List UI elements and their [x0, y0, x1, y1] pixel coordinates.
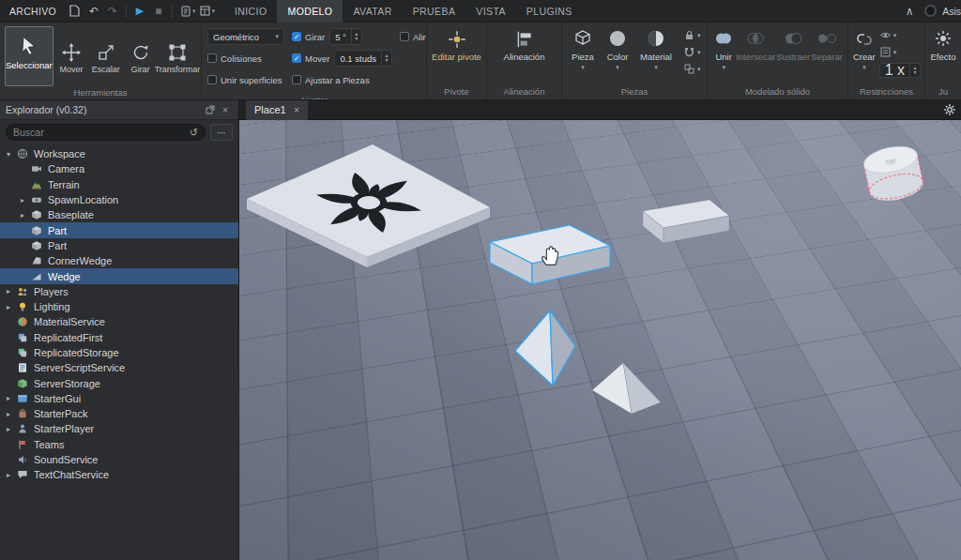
tab-plugins[interactable]: PLUGINS	[516, 0, 583, 23]
tree-item[interactable]: SoundService	[0, 452, 238, 467]
tree-item[interactable]: ▸ Players	[0, 284, 238, 299]
stepper-arrows-icon[interactable]: ▴▾	[351, 29, 361, 44]
avatar[interactable]	[924, 5, 937, 17]
snap-to-parts-checkbox[interactable]: Ajustar a Piezas	[292, 75, 392, 85]
expand-arrow-icon[interactable]: ▸	[21, 196, 31, 204]
tab-inicio[interactable]: INICIO	[224, 0, 278, 23]
search-input[interactable]: Buscar ↺	[6, 124, 206, 141]
select-tool-button[interactable]: Seleccionar	[5, 26, 53, 86]
tree-item[interactable]: ▸ StarterPack	[0, 406, 238, 421]
tab-avatar[interactable]: AVATAR	[343, 0, 402, 23]
popout-icon[interactable]	[203, 102, 218, 117]
tree-item[interactable]: ▸ StarterGui	[0, 391, 238, 406]
viewport-settings-gear-icon[interactable]	[943, 103, 956, 116]
new-file-icon[interactable]	[66, 3, 84, 20]
tree-item[interactable]: ▸ StarterPlayer	[0, 421, 238, 436]
terrain-icon	[31, 179, 44, 190]
expand-arrow-icon[interactable]: ▸	[7, 303, 17, 311]
tree-item[interactable]: MaterialService	[0, 314, 238, 329]
expand-arrow-icon[interactable]: ▸	[7, 410, 17, 418]
tree-item[interactable]: Camera	[0, 161, 238, 176]
align-icon	[514, 29, 535, 50]
tree-item[interactable]: Wedge	[0, 268, 238, 283]
group-tool-button[interactable]: ▾	[683, 63, 701, 75]
tree-item[interactable]: ReplicatedStorage	[0, 345, 238, 360]
tree-item[interactable]: ▸ SpawnLocation	[0, 192, 238, 207]
close-icon[interactable]: ×	[218, 102, 233, 117]
effects-button[interactable]: Efecto	[930, 26, 956, 62]
constraint-details-button[interactable]: ▾	[879, 46, 921, 58]
align-checkbox[interactable]: Alinear	[400, 32, 427, 42]
rotate-tool-button[interactable]: Girar	[124, 38, 157, 74]
intersect-button[interactable]: Intersecar	[736, 26, 775, 62]
stop-icon[interactable]: ■	[149, 3, 168, 20]
redo-icon[interactable]: ↷	[103, 3, 122, 20]
insert-part-button[interactable]: Pieza ▾	[567, 26, 599, 71]
tab-modelo[interactable]: MODELO	[277, 0, 343, 23]
subtract-button[interactable]: Sustraer	[776, 26, 810, 62]
tree-item[interactable]: ▸ Lighting	[0, 299, 238, 314]
union-button[interactable]: Unir ▾	[712, 26, 735, 71]
tree-item[interactable]: Teams	[0, 437, 238, 452]
rotate-snap-stepper[interactable]: 5 °▴▾	[329, 28, 362, 45]
collapse-ribbon-icon[interactable]: ∧	[900, 3, 919, 20]
tree-item[interactable]: Part	[0, 238, 238, 253]
part-box[interactable]	[643, 200, 729, 243]
menu-archivo[interactable]: ARCHIVO	[0, 6, 66, 17]
collisions-checkbox[interactable]: Colisiones	[207, 53, 284, 64]
stepper-arrows-icon[interactable]: ▴▾	[381, 51, 391, 66]
tree-item[interactable]: ServerStorage	[0, 375, 238, 390]
chevron-down-icon: ▾	[581, 64, 585, 71]
part-cylinder[interactable]: top	[862, 143, 925, 205]
scale-tool-button[interactable]: Escalar	[89, 38, 122, 74]
join-surfaces-checkbox[interactable]: Unir superficies	[207, 75, 284, 85]
tree-item[interactable]: CornerWedge	[0, 253, 238, 268]
material-button[interactable]: Material ▾	[636, 26, 676, 71]
3d-scene[interactable]: top	[239, 120, 961, 560]
edit-pivot-button[interactable]: Editar pivote	[432, 26, 481, 62]
tree-item[interactable]: ServerScriptService	[0, 360, 238, 375]
tree-item[interactable]: ReplicatedFirst	[0, 330, 238, 345]
tree-item[interactable]: ▾ Workspace	[0, 146, 238, 161]
move-tool-button[interactable]: Mover	[55, 38, 88, 74]
replicatedfirst-icon	[17, 332, 30, 343]
stepper-arrows-icon[interactable]: ▴▾	[909, 64, 920, 77]
tree-item[interactable]: ▸ TextChatService	[0, 467, 238, 482]
align-tool-button[interactable]: Alineación	[504, 26, 545, 62]
constraint-visibility-button[interactable]: ▾	[879, 29, 921, 41]
rotate-snap-checkbox[interactable]: Girar	[292, 32, 325, 42]
move-snap-stepper[interactable]: 0.1 studs▴▾	[334, 50, 392, 67]
snap-mode-dropdown[interactable]: Geométrico ▾	[207, 28, 284, 45]
close-tab-icon[interactable]: ×	[294, 104, 299, 115]
color-button[interactable]: Color ▾	[603, 26, 633, 71]
part-decal-plate[interactable]	[247, 144, 490, 267]
search-history-icon[interactable]: ↺	[190, 127, 198, 139]
move-snap-checkbox[interactable]: Mover	[292, 53, 329, 64]
play-icon[interactable]: ▶	[130, 3, 149, 20]
expand-arrow-icon[interactable]: ▸	[7, 394, 17, 402]
expand-arrow-icon[interactable]: ▸	[7, 471, 17, 479]
part-cornerwedge[interactable]	[592, 363, 661, 414]
expand-arrow-icon[interactable]: ▸	[7, 425, 17, 433]
create-constraint-button[interactable]: Crear ▾	[853, 26, 876, 71]
tree-item[interactable]: Part	[0, 222, 238, 237]
expand-arrow-icon[interactable]: ▾	[7, 150, 17, 159]
expand-arrow-icon[interactable]: ▸	[21, 211, 31, 219]
tree-item[interactable]: ▸ Baseplate	[0, 207, 238, 222]
tab-vista[interactable]: VISTA	[465, 0, 516, 23]
assistant-label[interactable]: Asis	[942, 6, 961, 17]
search-options-button[interactable]: ⋯	[210, 124, 233, 141]
part-wedge-selected[interactable]	[515, 310, 575, 386]
transform-tool-button[interactable]: Transformar	[159, 38, 196, 74]
undo-icon[interactable]: ↶	[84, 3, 103, 20]
separate-button[interactable]: Separar	[811, 26, 843, 62]
tree-item[interactable]: Terrain	[0, 177, 238, 192]
constraint-scale-stepper[interactable]: 1 x ▴▾	[879, 63, 921, 78]
tab-prueba[interactable]: PRUEBA	[403, 0, 466, 23]
chevron-down-icon: ▾	[722, 64, 725, 71]
lock-tool-button[interactable]: ▾	[683, 29, 701, 41]
expand-arrow-icon[interactable]: ▸	[7, 287, 17, 295]
anchor-icon	[683, 46, 695, 58]
place-tab[interactable]: Place1 ×	[246, 100, 308, 120]
anchor-tool-button[interactable]: ▾	[683, 46, 701, 58]
